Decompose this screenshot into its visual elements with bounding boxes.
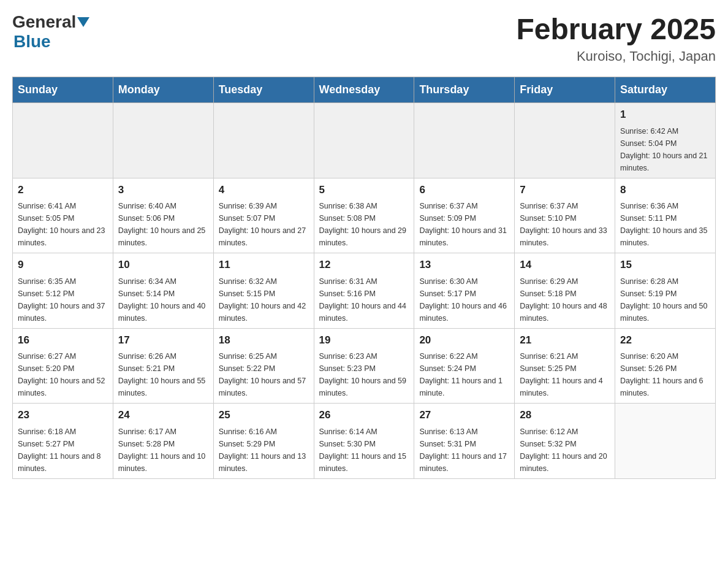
logo-blue-text: Blue bbox=[13, 32, 51, 52]
day-cell-w2-d2: 11Sunrise: 6:32 AMSunset: 5:15 PMDayligh… bbox=[213, 253, 314, 329]
day-cell-w3-d5: 21Sunrise: 6:21 AMSunset: 5:25 PMDayligh… bbox=[515, 328, 615, 404]
day-number: 10 bbox=[118, 257, 208, 273]
day-number: 7 bbox=[520, 182, 610, 198]
day-number: 4 bbox=[219, 182, 309, 198]
title-section: February 2025 Kuroiso, Tochigi, Japan bbox=[516, 12, 716, 64]
day-info: Sunrise: 6:12 AMSunset: 5:32 PMDaylight:… bbox=[520, 426, 610, 475]
calendar-subtitle: Kuroiso, Tochigi, Japan bbox=[516, 48, 716, 64]
day-cell-w4-d5: 28Sunrise: 6:12 AMSunset: 5:32 PMDayligh… bbox=[515, 404, 615, 479]
day-info: Sunrise: 6:31 AMSunset: 5:16 PMDaylight:… bbox=[319, 275, 409, 324]
day-number: 19 bbox=[319, 332, 409, 348]
day-cell-w1-d0: 2Sunrise: 6:41 AMSunset: 5:05 PMDaylight… bbox=[13, 178, 113, 253]
day-cell-w1-d2: 4Sunrise: 6:39 AMSunset: 5:07 PMDaylight… bbox=[213, 178, 314, 253]
day-cell-w2-d6: 15Sunrise: 6:28 AMSunset: 5:19 PMDayligh… bbox=[615, 253, 716, 329]
day-number: 1 bbox=[620, 107, 710, 123]
day-info: Sunrise: 6:25 AMSunset: 5:22 PMDaylight:… bbox=[219, 350, 309, 399]
day-cell-w3-d0: 16Sunrise: 6:27 AMSunset: 5:20 PMDayligh… bbox=[13, 328, 113, 404]
day-cell-w3-d6: 22Sunrise: 6:20 AMSunset: 5:26 PMDayligh… bbox=[615, 328, 716, 404]
day-cell-w0-d0 bbox=[13, 103, 113, 178]
day-number: 27 bbox=[419, 407, 509, 423]
day-cell-w3-d4: 20Sunrise: 6:22 AMSunset: 5:24 PMDayligh… bbox=[414, 328, 515, 404]
day-info: Sunrise: 6:39 AMSunset: 5:07 PMDaylight:… bbox=[219, 200, 309, 249]
calendar-title: February 2025 bbox=[516, 12, 716, 46]
logo: General Blue bbox=[12, 12, 91, 52]
day-info: Sunrise: 6:20 AMSunset: 5:26 PMDaylight:… bbox=[620, 350, 710, 399]
day-number: 12 bbox=[319, 257, 409, 273]
day-cell-w1-d1: 3Sunrise: 6:40 AMSunset: 5:06 PMDaylight… bbox=[113, 178, 213, 253]
day-cell-w0-d1 bbox=[113, 103, 213, 178]
day-info: Sunrise: 6:37 AMSunset: 5:10 PMDaylight:… bbox=[520, 200, 610, 249]
col-friday: Friday bbox=[515, 77, 615, 103]
day-cell-w1-d4: 6Sunrise: 6:37 AMSunset: 5:09 PMDaylight… bbox=[414, 178, 515, 253]
week-row-0: 1Sunrise: 6:42 AMSunset: 5:04 PMDaylight… bbox=[13, 103, 716, 178]
calendar-table: Sunday Monday Tuesday Wednesday Thursday… bbox=[12, 77, 716, 479]
day-cell-w1-d6: 8Sunrise: 6:36 AMSunset: 5:11 PMDaylight… bbox=[615, 178, 716, 253]
day-info: Sunrise: 6:34 AMSunset: 5:14 PMDaylight:… bbox=[118, 275, 208, 324]
day-cell-w3-d2: 18Sunrise: 6:25 AMSunset: 5:22 PMDayligh… bbox=[213, 328, 314, 404]
day-info: Sunrise: 6:26 AMSunset: 5:21 PMDaylight:… bbox=[118, 350, 208, 399]
day-number: 6 bbox=[419, 182, 509, 198]
day-number: 26 bbox=[319, 407, 409, 423]
day-info: Sunrise: 6:41 AMSunset: 5:05 PMDaylight:… bbox=[18, 200, 108, 249]
day-cell-w0-d3 bbox=[314, 103, 414, 178]
day-cell-w3-d3: 19Sunrise: 6:23 AMSunset: 5:23 PMDayligh… bbox=[314, 328, 414, 404]
day-number: 2 bbox=[18, 182, 108, 198]
day-number: 5 bbox=[319, 182, 409, 198]
day-info: Sunrise: 6:38 AMSunset: 5:08 PMDaylight:… bbox=[319, 200, 409, 249]
day-info: Sunrise: 6:30 AMSunset: 5:17 PMDaylight:… bbox=[419, 275, 509, 324]
day-info: Sunrise: 6:18 AMSunset: 5:27 PMDaylight:… bbox=[18, 426, 108, 475]
page-header: General Blue February 2025 Kuroiso, Toch… bbox=[12, 12, 716, 64]
col-tuesday: Tuesday bbox=[213, 77, 314, 103]
day-number: 11 bbox=[219, 257, 309, 273]
day-number: 23 bbox=[18, 407, 108, 423]
day-cell-w0-d4 bbox=[414, 103, 515, 178]
day-info: Sunrise: 6:29 AMSunset: 5:18 PMDaylight:… bbox=[520, 275, 610, 324]
day-number: 8 bbox=[620, 182, 710, 198]
day-info: Sunrise: 6:35 AMSunset: 5:12 PMDaylight:… bbox=[18, 275, 108, 324]
logo-general-text: General bbox=[12, 12, 76, 32]
day-cell-w4-d6 bbox=[615, 404, 716, 479]
day-cell-w2-d4: 13Sunrise: 6:30 AMSunset: 5:17 PMDayligh… bbox=[414, 253, 515, 329]
day-number: 25 bbox=[219, 407, 309, 423]
week-row-3: 16Sunrise: 6:27 AMSunset: 5:20 PMDayligh… bbox=[13, 328, 716, 404]
day-info: Sunrise: 6:14 AMSunset: 5:30 PMDaylight:… bbox=[319, 426, 409, 475]
col-saturday: Saturday bbox=[615, 77, 716, 103]
day-cell-w2-d1: 10Sunrise: 6:34 AMSunset: 5:14 PMDayligh… bbox=[113, 253, 213, 329]
logo-arrow-icon bbox=[77, 17, 89, 27]
day-cell-w0-d2 bbox=[213, 103, 314, 178]
day-cell-w4-d3: 26Sunrise: 6:14 AMSunset: 5:30 PMDayligh… bbox=[314, 404, 414, 479]
col-sunday: Sunday bbox=[13, 77, 113, 103]
day-number: 24 bbox=[118, 407, 208, 423]
day-cell-w1-d5: 7Sunrise: 6:37 AMSunset: 5:10 PMDaylight… bbox=[515, 178, 615, 253]
calendar-header-row: Sunday Monday Tuesday Wednesday Thursday… bbox=[13, 77, 716, 103]
day-cell-w3-d1: 17Sunrise: 6:26 AMSunset: 5:21 PMDayligh… bbox=[113, 328, 213, 404]
col-monday: Monday bbox=[113, 77, 213, 103]
day-number: 22 bbox=[620, 332, 710, 348]
day-number: 3 bbox=[118, 182, 208, 198]
day-info: Sunrise: 6:37 AMSunset: 5:09 PMDaylight:… bbox=[419, 200, 509, 249]
day-number: 21 bbox=[520, 332, 610, 348]
day-cell-w0-d6: 1Sunrise: 6:42 AMSunset: 5:04 PMDaylight… bbox=[615, 103, 716, 178]
day-number: 9 bbox=[18, 257, 108, 273]
day-cell-w2-d5: 14Sunrise: 6:29 AMSunset: 5:18 PMDayligh… bbox=[515, 253, 615, 329]
week-row-4: 23Sunrise: 6:18 AMSunset: 5:27 PMDayligh… bbox=[13, 404, 716, 479]
day-info: Sunrise: 6:42 AMSunset: 5:04 PMDaylight:… bbox=[620, 125, 710, 174]
day-info: Sunrise: 6:27 AMSunset: 5:20 PMDaylight:… bbox=[18, 350, 108, 399]
col-thursday: Thursday bbox=[414, 77, 515, 103]
day-cell-w2-d3: 12Sunrise: 6:31 AMSunset: 5:16 PMDayligh… bbox=[314, 253, 414, 329]
day-number: 28 bbox=[520, 407, 610, 423]
day-cell-w0-d5 bbox=[515, 103, 615, 178]
day-number: 15 bbox=[620, 257, 710, 273]
day-info: Sunrise: 6:23 AMSunset: 5:23 PMDaylight:… bbox=[319, 350, 409, 399]
day-number: 20 bbox=[419, 332, 509, 348]
week-row-1: 2Sunrise: 6:41 AMSunset: 5:05 PMDaylight… bbox=[13, 178, 716, 253]
day-info: Sunrise: 6:13 AMSunset: 5:31 PMDaylight:… bbox=[419, 426, 509, 475]
day-info: Sunrise: 6:22 AMSunset: 5:24 PMDaylight:… bbox=[419, 350, 509, 399]
day-info: Sunrise: 6:21 AMSunset: 5:25 PMDaylight:… bbox=[520, 350, 610, 399]
day-number: 14 bbox=[520, 257, 610, 273]
day-info: Sunrise: 6:32 AMSunset: 5:15 PMDaylight:… bbox=[219, 275, 309, 324]
day-info: Sunrise: 6:17 AMSunset: 5:28 PMDaylight:… bbox=[118, 426, 208, 475]
day-info: Sunrise: 6:40 AMSunset: 5:06 PMDaylight:… bbox=[118, 200, 208, 249]
day-number: 17 bbox=[118, 332, 208, 348]
day-cell-w4-d4: 27Sunrise: 6:13 AMSunset: 5:31 PMDayligh… bbox=[414, 404, 515, 479]
